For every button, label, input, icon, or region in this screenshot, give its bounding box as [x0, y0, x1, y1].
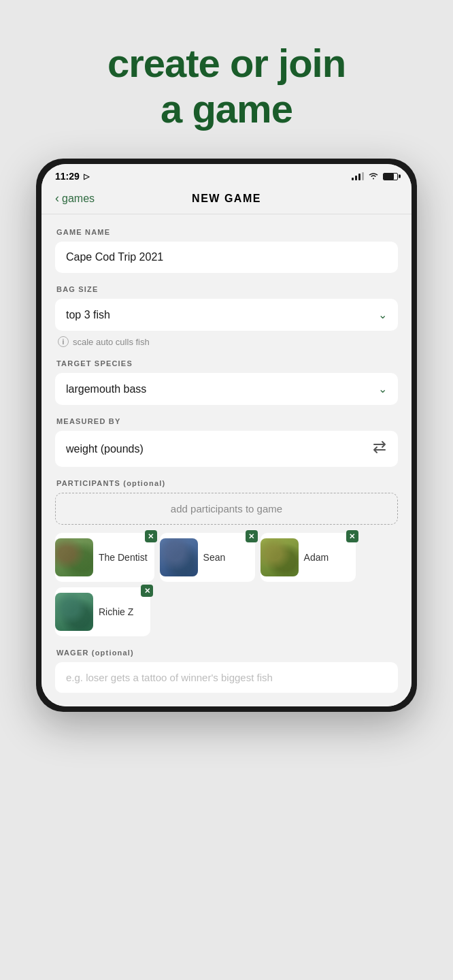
participants-label: PARTICIPANTS (optional)	[55, 479, 398, 487]
participant-card: Adam ✕	[261, 533, 356, 582]
signal-icon	[352, 172, 364, 180]
wifi-icon	[368, 172, 379, 182]
add-participants-button[interactable]: add participants to game	[55, 493, 398, 525]
game-name-input[interactable]: Cape Cod Trip 2021	[55, 242, 398, 273]
participants-list: The Dentist ✕ Sean ✕ Adam	[55, 533, 398, 636]
remove-participant-button[interactable]: ✕	[145, 530, 157, 542]
bag-size-dropdown[interactable]: top 3 fish ⌄	[55, 299, 398, 331]
measured-by-toggle[interactable]: weight (pounds)	[55, 431, 398, 467]
navigation-bar: ‹ games NEW GAME	[41, 186, 412, 214]
wager-label: WAGER (optional)	[55, 649, 398, 657]
page-title: NEW GAME	[169, 193, 284, 205]
remove-participant-button[interactable]: ✕	[246, 530, 258, 542]
game-name-label: GAME NAME	[55, 228, 398, 236]
participant-photo	[55, 593, 93, 631]
form-body: GAME NAME Cape Cod Trip 2021 BAG SIZE to…	[41, 214, 412, 706]
status-time: 11:29 ▷	[55, 171, 89, 182]
chevron-left-icon: ‹	[55, 191, 59, 206]
participant-name: The Dentist	[99, 552, 148, 563]
target-species-dropdown[interactable]: largemouth bass ⌄	[55, 373, 398, 405]
participant-name: Adam	[304, 552, 329, 563]
remove-participant-button[interactable]: ✕	[141, 585, 153, 597]
bag-size-info: i scale auto culls fish	[55, 336, 398, 347]
measured-by-label: MEASURED BY	[55, 417, 398, 425]
chevron-down-icon: ⌄	[378, 308, 387, 321]
hero-title: create or join a game	[41, 41, 412, 131]
target-species-label: TARGET SPECIES	[55, 359, 398, 368]
info-icon: i	[58, 336, 69, 347]
participant-name: Sean	[203, 552, 226, 563]
swap-icon	[372, 440, 387, 457]
participant-photo	[55, 538, 93, 576]
phone-screen: 11:29 ▷	[41, 164, 412, 706]
remove-participant-button[interactable]: ✕	[346, 530, 358, 542]
bag-size-label: BAG SIZE	[55, 285, 398, 293]
participant-card: The Dentist ✕	[55, 533, 154, 582]
status-icons	[352, 172, 398, 182]
participant-name: Richie Z	[99, 606, 133, 617]
hero-section: create or join a game	[0, 0, 453, 159]
participant-photo	[261, 538, 299, 576]
participant-photo	[160, 538, 198, 576]
phone-mockup: 11:29 ▷	[36, 159, 417, 712]
battery-icon	[383, 173, 398, 180]
status-bar: 11:29 ▷	[41, 164, 412, 186]
navigation-arrow-icon: ▷	[84, 172, 89, 181]
wager-input[interactable]: e.g. loser gets a tattoo of winner's big…	[55, 662, 398, 693]
participant-card: Sean ✕	[160, 533, 255, 582]
participant-card: Richie Z ✕	[55, 587, 150, 636]
chevron-down-icon: ⌄	[378, 382, 387, 395]
back-button[interactable]: ‹ games	[55, 191, 169, 206]
